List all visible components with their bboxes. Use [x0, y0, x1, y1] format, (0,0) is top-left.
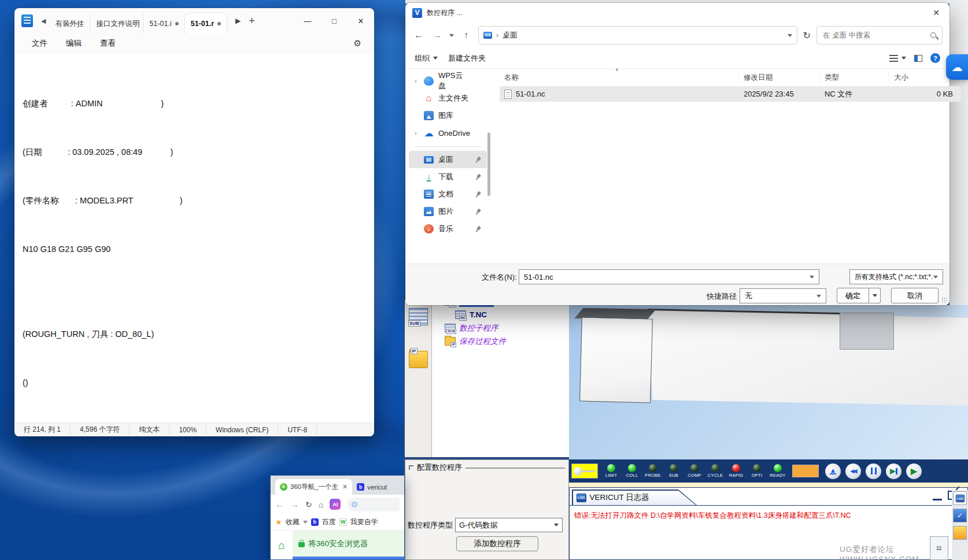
menu-item[interactable]: 文件 — [25, 36, 54, 51]
collapse-icon[interactable] — [409, 465, 413, 470]
sidebar-item[interactable]: › 音乐 — [409, 220, 487, 238]
ok-split-button[interactable]: 确定 — [837, 288, 881, 303]
status-indicator[interactable]: SUB — [664, 464, 683, 478]
ok-dropdown[interactable] — [869, 288, 881, 303]
new-tab-icon[interactable]: + — [249, 15, 255, 27]
tab-scroll-right-icon[interactable]: ▶ — [235, 17, 241, 25]
address-bar[interactable] — [347, 498, 400, 511]
close-button[interactable]: ✕ — [923, 3, 949, 23]
playback-button[interactable] — [866, 463, 881, 479]
tab-scroll-left-icon[interactable]: ◀ — [41, 17, 46, 25]
logger-tab[interactable]: LOG VERICUT 日志器 — [572, 489, 697, 505]
column-date[interactable]: 修改日期 — [739, 72, 820, 83]
file-type-select[interactable]: 所有支持格式 (*.nc;*.txt;*.tp;*.c — [849, 269, 943, 284]
vericut-3d-view[interactable] — [569, 305, 968, 459]
add-nc-program-button[interactable]: 添加数控程序 — [456, 536, 538, 551]
view-mode-button[interactable] — [889, 55, 906, 62]
notepad-text-area[interactable]: 创建者 : ADMIN ) (日期 : 03.09.2025 , 08:49 )… — [14, 54, 374, 422]
close-button[interactable]: ✕ — [348, 8, 374, 34]
new-folder-button[interactable]: 新建文件夹 — [448, 53, 486, 64]
ai-assistant-icon[interactable]: AI — [330, 499, 341, 510]
status-indicator[interactable]: COMP — [685, 464, 704, 478]
menu-item[interactable]: 编辑 — [59, 36, 88, 51]
playback-button[interactable] — [886, 463, 902, 479]
sidebar-item[interactable]: › 文档 — [409, 186, 487, 203]
recent-locations-icon[interactable] — [449, 34, 454, 37]
view-tool-button[interactable]: ⌗ — [930, 536, 948, 560]
sub-program-icon[interactable]: SUB — [409, 308, 428, 325]
browser-tab[interactable]: + 360导航_一个主 ✕ — [275, 479, 352, 495]
favorites-label[interactable]: 收藏 — [286, 517, 300, 527]
breadcrumb[interactable]: 桌面 — [503, 30, 518, 40]
status-indicator[interactable]: COLL — [622, 464, 642, 478]
forward-icon[interactable]: → — [431, 30, 444, 40]
ok-button[interactable]: 确定 — [837, 288, 869, 303]
tree-item[interactable]: SUB 数控子程序 — [435, 321, 569, 335]
refresh-icon[interactable]: ↻ — [803, 30, 811, 41]
status-indicator[interactable]: READY — [768, 464, 788, 478]
close-tab-icon[interactable]: ✕ — [342, 483, 348, 491]
status-indicator[interactable]: RAPID — [726, 464, 746, 478]
reload-icon[interactable]: ↻ — [305, 500, 312, 509]
column-type[interactable]: 类型 — [820, 72, 889, 83]
wps-cloud-sync-icon[interactable]: ☁ — [946, 54, 968, 80]
sidebar-item[interactable]: › WPS云盘 — [409, 72, 487, 90]
chevron-down-icon[interactable] — [788, 34, 792, 37]
tree-item[interactable]: NC T.NC — [435, 308, 569, 321]
settings-gear-icon[interactable]: ⚙ — [354, 38, 361, 49]
file-row[interactable]: 51-01.nc 2025/9/2 23:45 NC 文件 0 KB — [500, 86, 961, 102]
expand-chevron-icon[interactable]: › — [412, 78, 419, 84]
speed-slider[interactable] — [571, 463, 598, 479]
status-indicator[interactable]: PROBE — [643, 464, 663, 478]
folder-tool-button[interactable] — [953, 526, 967, 540]
sidebar-item[interactable]: › OneDrive — [409, 124, 487, 142]
resize-grip[interactable] — [941, 297, 947, 303]
tree-item[interactable]: IP 保存过程文件 — [435, 335, 569, 348]
sidebar-item[interactable]: › 桌面 — [409, 151, 487, 168]
home-icon[interactable]: ⌂ — [319, 500, 323, 509]
browser-tab[interactable]: b vericut — [352, 479, 391, 495]
cancel-button[interactable]: 取消 — [891, 288, 939, 303]
playback-button[interactable] — [845, 463, 861, 479]
in-process-file-icon[interactable]: IP — [409, 351, 428, 368]
minimize-logger-button[interactable] — [933, 492, 942, 500]
column-name[interactable]: 名称∧ — [500, 72, 739, 83]
back-icon[interactable]: ← — [275, 499, 284, 509]
preview-pane-icon[interactable] — [914, 55, 922, 62]
playback-button[interactable] — [825, 463, 841, 479]
help-icon[interactable]: ? — [930, 53, 940, 63]
expand-chevron-icon[interactable]: › — [412, 130, 419, 136]
status-indicator[interactable]: LIMIT — [601, 464, 621, 478]
nc-type-select[interactable]: G-代码数据 — [455, 518, 563, 532]
up-icon[interactable]: ↑ — [460, 30, 472, 40]
log-tool-button[interactable]: LOG — [953, 491, 967, 505]
forward-icon[interactable]: → — [290, 499, 299, 509]
bookmark-item[interactable]: W 我要自学 — [339, 517, 378, 527]
search-input[interactable]: 在 桌面 中搜索 — [816, 26, 943, 44]
sidebar-item[interactable]: › 下载 — [409, 168, 487, 186]
maximize-button[interactable]: □ — [321, 8, 348, 34]
sidebar-item[interactable]: › 图库 — [409, 107, 487, 124]
playback-button[interactable] — [906, 463, 922, 479]
minimize-button[interactable]: — — [294, 8, 321, 34]
address-bar[interactable]: › 桌面 — [478, 26, 797, 44]
bookmark-item[interactable]: b 百度 — [311, 517, 336, 527]
favorites-star-icon[interactable]: ★ — [275, 518, 282, 526]
notepad-tab[interactable]: 接口文件说明 — [90, 14, 143, 34]
chevron-down-icon[interactable] — [303, 521, 308, 524]
notepad-tab[interactable]: 51-01.i — [143, 14, 184, 34]
status-indicator[interactable]: CYCLE — [705, 464, 725, 478]
filename-input[interactable]: 51-01.nc — [519, 269, 819, 284]
page-home-icon[interactable]: ⌂ — [278, 539, 285, 552]
sidebar-item[interactable]: › 主文件夹 — [409, 90, 487, 107]
menu-item[interactable]: 查看 — [93, 36, 123, 51]
sidebar-item[interactable]: › 图片 — [409, 203, 487, 220]
back-icon[interactable]: ← — [412, 30, 425, 40]
notepad-tab[interactable]: 有装外挂 — [49, 14, 90, 34]
shortcut-path-select[interactable]: 无 — [740, 288, 826, 303]
notepad-tab[interactable]: 51-01.r — [184, 13, 227, 34]
security-banner[interactable]: 将360安全浏览器 — [293, 531, 404, 557]
report-tool-button[interactable]: ✓ — [953, 509, 967, 522]
organize-button[interactable]: 组织 — [415, 53, 438, 64]
status-indicator[interactable]: OPTI — [747, 464, 767, 478]
